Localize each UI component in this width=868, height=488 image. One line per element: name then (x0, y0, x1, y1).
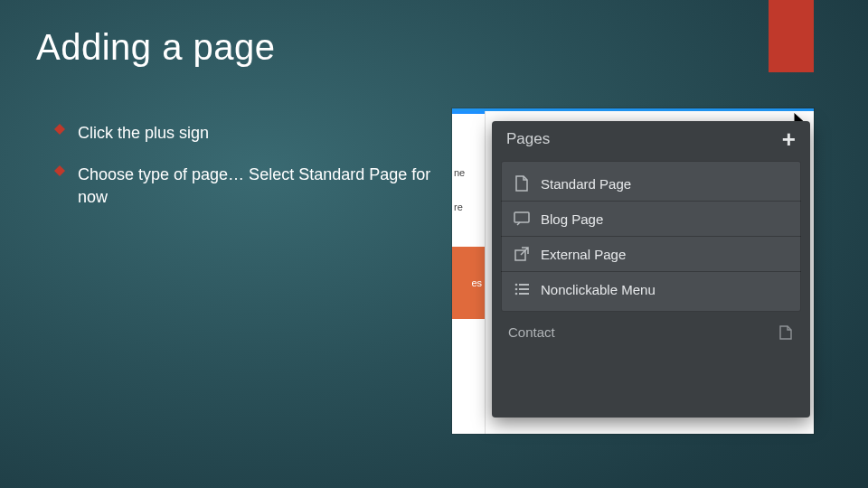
menu-item-label: Standard Page (541, 176, 631, 192)
page-type-menu: Standard Page Blog Page External Page (501, 161, 801, 312)
menu-item-label: Blog Page (541, 211, 603, 227)
external-link-icon (514, 246, 530, 262)
slide: Adding a page Click the plus sign Choose… (0, 0, 868, 488)
svg-rect-10 (519, 293, 529, 295)
list-icon (514, 281, 530, 297)
slide-title: Adding a page (36, 27, 276, 68)
pages-panel: Pages + Standard Page Blog Page (492, 121, 810, 418)
panel-header: Pages + (492, 121, 810, 161)
svg-point-9 (515, 293, 518, 296)
diamond-icon (54, 165, 65, 176)
menu-item-nonclickable-menu[interactable]: Nonclickable Menu (501, 272, 801, 306)
svg-rect-3 (514, 212, 529, 222)
menu-item-blog-page[interactable]: Blog Page (501, 202, 801, 237)
page-icon (779, 325, 794, 340)
background-page-strip: ne re es (452, 111, 486, 434)
bullet-item: Choose type of page… Select Standard Pag… (54, 164, 434, 208)
existing-page-label: Contact (508, 324, 555, 340)
accent-bar (769, 0, 814, 72)
cropped-text: re (454, 202, 483, 212)
add-page-button[interactable]: + (782, 131, 796, 147)
bullet-list: Click the plus sign Choose type of page…… (54, 122, 434, 228)
menu-item-standard-page[interactable]: Standard Page (501, 166, 801, 202)
window-top-accent (452, 108, 814, 111)
svg-point-5 (515, 284, 518, 286)
svg-point-7 (515, 288, 518, 291)
cropped-text: ne (454, 167, 483, 178)
screenshot-inset: ne re es Pages + Standard Page (452, 108, 814, 434)
svg-marker-0 (54, 124, 65, 135)
bullet-text: Choose type of page… Select Standard Pag… (78, 164, 434, 208)
menu-item-label: Nonclickable Menu (541, 282, 656, 297)
panel-title: Pages (506, 130, 550, 148)
menu-item-label: External Page (541, 247, 626, 262)
bullet-item: Click the plus sign (54, 122, 434, 144)
panel-footer-row[interactable]: Contact (492, 312, 810, 340)
blog-icon (514, 211, 530, 227)
bullet-text: Click the plus sign (78, 122, 209, 144)
page-icon (514, 175, 530, 192)
diamond-icon (54, 124, 65, 135)
strip-accent (452, 111, 485, 114)
svg-rect-6 (519, 284, 529, 286)
menu-item-external-page[interactable]: External Page (501, 237, 801, 272)
svg-rect-8 (519, 288, 529, 290)
cropped-orange-block: es (452, 247, 485, 319)
svg-marker-1 (54, 165, 65, 176)
